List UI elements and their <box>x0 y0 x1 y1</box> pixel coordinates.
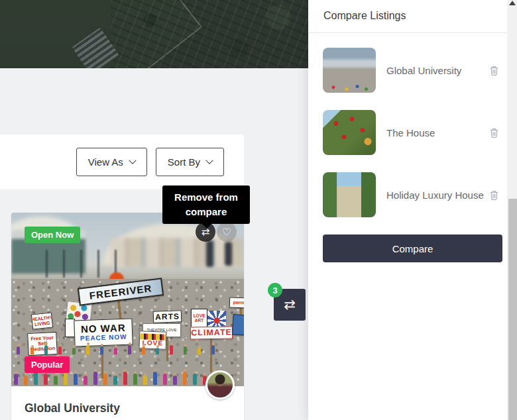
listing-card[interactable]: FREERIVER HEALTHY LIVING NO WAR PEACE NO… <box>11 213 244 420</box>
compare-item-thumbnail[interactable] <box>323 110 376 155</box>
remove-from-compare-tooltip: Remove from compare <box>162 185 250 224</box>
heart-icon: ♡ <box>222 226 231 238</box>
protest-sign: perma <box>229 297 244 308</box>
protest-sign: HEALTHY LIVING <box>31 312 53 329</box>
compare-items-list: Global University The House Holiday Luxu… <box>308 33 517 217</box>
favorite-button[interactable]: ♡ <box>217 222 237 242</box>
compare-item-name[interactable]: Holiday Luxury House <box>386 188 490 202</box>
protest-sign: CLIMATE <box>190 326 233 339</box>
listings-toolbar: View As Sort By <box>0 134 244 189</box>
listing-photo[interactable]: FREERIVER HEALTHY LIVING NO WAR PEACE NO… <box>11 213 244 386</box>
compare-count-badge: 3 <box>268 283 282 297</box>
compare-item-row: Global University <box>323 48 517 93</box>
sort-by-label: Sort By <box>168 156 200 168</box>
crowd-figures <box>11 345 244 354</box>
map-dark-overlay <box>0 0 308 68</box>
trash-icon[interactable] <box>490 190 498 200</box>
view-as-label: View As <box>88 156 123 168</box>
compare-item-row: Holiday Luxury House <box>323 172 517 217</box>
compare-button[interactable]: Compare <box>323 235 502 262</box>
compare-item-name[interactable]: Global University <box>386 64 490 78</box>
compare-listings-panel: Compare Listings Global University The H… <box>308 0 517 420</box>
protest-sign: ARTS <box>153 310 182 323</box>
owner-avatar[interactable] <box>205 370 235 399</box>
view-as-dropdown[interactable]: View As <box>76 148 147 176</box>
compare-arrows-icon: ⇄ <box>284 297 296 313</box>
protest-sign: NO WAR PEACE NOW <box>74 318 133 346</box>
open-now-badge: Open Now <box>25 227 80 243</box>
trash-icon[interactable] <box>490 128 498 138</box>
chevron-down-icon <box>205 156 213 164</box>
compare-item-thumbnail[interactable] <box>323 48 376 93</box>
compare-item-row: The House <box>323 110 517 155</box>
chevron-down-icon <box>129 156 136 164</box>
sort-by-dropdown[interactable]: Sort By <box>156 148 224 176</box>
protest-sign: LOVE ART <box>191 309 207 328</box>
compare-panel-toggle[interactable]: ⇄ 3 <box>274 289 306 321</box>
scrollbar-up-arrow[interactable] <box>509 1 516 5</box>
page-scrollbar[interactable] <box>507 0 517 420</box>
scrollbar-thumb[interactable] <box>508 199 517 420</box>
compare-panel-title: Compare Listings <box>308 0 517 33</box>
compare-item-thumbnail[interactable] <box>323 172 376 217</box>
map-satellite-view[interactable] <box>0 0 308 68</box>
trash-icon[interactable] <box>490 66 498 76</box>
popular-badge: Popular <box>25 356 70 373</box>
compare-item-name[interactable]: The House <box>386 126 490 140</box>
protest-sign-blue <box>232 314 244 335</box>
